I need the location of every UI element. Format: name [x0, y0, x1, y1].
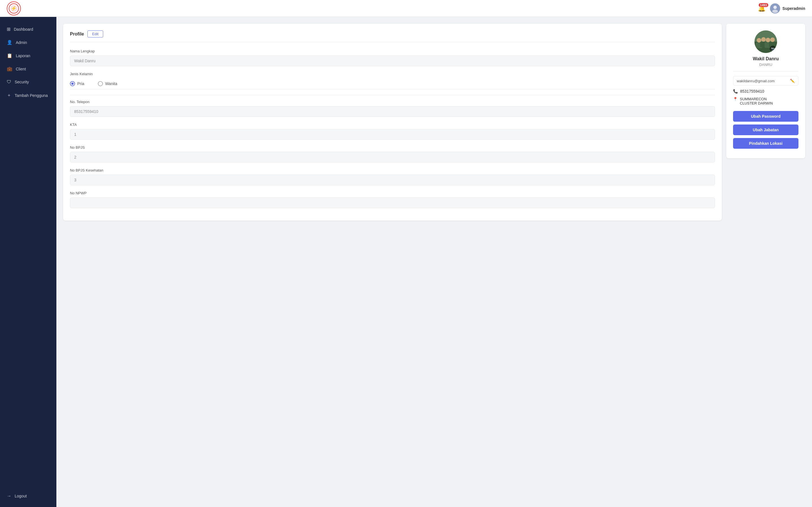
radio-pria[interactable]: Pria — [70, 81, 84, 86]
label-kta: KTA — [70, 122, 715, 127]
sidebar-label-laporan: Laporan — [16, 54, 30, 58]
svg-point-10 — [766, 38, 770, 42]
user-info[interactable]: Superadmin — [770, 3, 805, 13]
svg-point-4 — [773, 6, 777, 9]
sidebar-item-dashboard[interactable]: ⊞ Dashboard — [0, 22, 56, 36]
form-group-nama: Nama Lengkap — [70, 49, 715, 66]
form-group-telepon: No. Telepon — [70, 100, 715, 117]
phone-icon: 📞 — [733, 89, 738, 94]
form-group-npwp: No NPWP — [70, 191, 715, 208]
tab-profile: Profile — [70, 32, 84, 37]
ubah-password-button[interactable]: Ubah Password — [733, 111, 799, 122]
phone-number: 85317559410 — [740, 89, 764, 94]
radio-dot-wanita — [98, 81, 103, 86]
header-username: Superadmin — [782, 6, 805, 11]
side-card-name: Wakil Danru — [753, 56, 779, 61]
input-no-npwp[interactable] — [70, 198, 715, 208]
side-card-role: DANRU — [759, 62, 772, 67]
profile-form-card: Profile Edit Nama Lengkap Jenis Kelamin … — [63, 24, 722, 221]
svg-point-11 — [770, 38, 775, 42]
dashboard-icon: ⊞ — [7, 26, 10, 32]
main-content: Profile Edit Nama Lengkap Jenis Kelamin … — [56, 17, 812, 507]
label-no-telepon: No. Telepon — [70, 100, 715, 104]
input-no-bpjs-kesehatan[interactable] — [70, 175, 715, 185]
client-icon: 💼 — [7, 66, 12, 71]
sidebar-label-logout: Logout — [15, 494, 27, 498]
label-no-bpjs-kesehatan: No BPJS Kesehatan — [70, 168, 715, 172]
label-jenis-kelamin: Jenis Kelamin — [70, 72, 715, 76]
form-group-jenis-kelamin: Jenis Kelamin Pria Wanita — [70, 72, 715, 89]
avatar-container: 📷 Wakil Danru DANRU — [733, 31, 799, 67]
sidebar: ⊞ Dashboard 👤 Admin 📋 Laporan 💼 Client 🛡… — [0, 17, 56, 507]
divider-1 — [70, 95, 715, 95]
sidebar-label-tambah-pengguna: Tambah Pengguna — [15, 93, 48, 98]
add-user-icon: ＋ — [7, 93, 11, 98]
location-text: SUMMARECON CLUSTER DARWIN — [740, 97, 773, 105]
radio-dot-pria — [70, 81, 75, 86]
location-icon: 📍 — [733, 97, 738, 101]
location-line2: CLUSTER DARWIN — [740, 101, 773, 105]
profile-side-card: 📷 Wakil Danru DANRU wakildanru@gmail.com… — [726, 24, 805, 158]
input-kta[interactable] — [70, 129, 715, 140]
label-nama-lengkap: Nama Lengkap — [70, 49, 715, 53]
header-right: 🔔 1493 Superadmin — [758, 3, 805, 13]
svg-point-9 — [761, 37, 766, 42]
security-icon: 🛡 — [7, 79, 11, 84]
form-group-bpjs: No BPJS — [70, 145, 715, 163]
email-text: wakildanru@gmail.com — [737, 79, 775, 83]
input-nama-lengkap[interactable] — [70, 55, 715, 66]
admin-icon: 👤 — [7, 40, 12, 45]
notification-badge: 1493 — [759, 3, 768, 7]
logo: ⚡ — [7, 1, 21, 15]
radio-label-wanita: Wanita — [105, 81, 117, 86]
app-body: ⊞ Dashboard 👤 Admin 📋 Laporan 💼 Client 🛡… — [0, 17, 812, 507]
sidebar-label-security: Security — [15, 80, 29, 84]
sidebar-item-laporan[interactable]: 📋 Laporan — [0, 49, 56, 62]
laporan-icon: 📋 — [7, 53, 12, 58]
sidebar-spacer — [0, 102, 56, 490]
svg-point-5 — [772, 10, 778, 13]
location-line1: SUMMARECON — [740, 97, 773, 101]
sidebar-label-client: Client — [16, 67, 26, 71]
email-box: wakildanru@gmail.com ✏️ — [733, 76, 799, 86]
card-tabs: Profile Edit — [70, 31, 715, 42]
radio-label-pria: Pria — [77, 81, 84, 86]
svg-text:⚡: ⚡ — [11, 6, 17, 11]
input-no-telepon[interactable] — [70, 106, 715, 117]
info-row-email: wakildanru@gmail.com ✏️ — [733, 76, 799, 86]
camera-icon[interactable]: 📷 — [770, 46, 776, 52]
ubah-jabatan-button[interactable]: Ubah Jabatan — [733, 124, 799, 135]
sidebar-item-tambah-pengguna[interactable]: ＋ Tambah Pengguna — [0, 89, 56, 102]
sidebar-item-client[interactable]: 💼 Client — [0, 62, 56, 75]
radio-wanita[interactable]: Wanita — [98, 81, 117, 86]
edit-email-icon[interactable]: ✏️ — [790, 78, 795, 83]
info-location: 📍 SUMMARECON CLUSTER DARWIN — [733, 97, 799, 105]
input-no-bpjs[interactable] — [70, 152, 715, 163]
form-group-bpjs-kesehatan: No BPJS Kesehatan — [70, 168, 715, 185]
header: ⚡ 🔔 1493 Superadmin — [0, 0, 812, 17]
sidebar-label-admin: Admin — [16, 40, 27, 45]
form-group-kta: KTA — [70, 122, 715, 140]
radio-group-gender: Pria Wanita — [70, 78, 715, 89]
logout-icon: → — [7, 494, 11, 499]
svg-point-8 — [757, 38, 761, 43]
notification-bell[interactable]: 🔔 1493 — [758, 5, 765, 12]
edit-button[interactable]: Edit — [87, 31, 103, 38]
sidebar-logout[interactable]: → Logout — [0, 490, 56, 503]
label-no-npwp: No NPWP — [70, 191, 715, 195]
avatar-small — [770, 3, 780, 13]
pindahkan-lokasi-button[interactable]: Pindahkan Lokasi — [733, 138, 799, 149]
sidebar-item-admin[interactable]: 👤 Admin — [0, 36, 56, 49]
sidebar-label-dashboard: Dashboard — [14, 27, 33, 32]
avatar-wrap: 📷 — [755, 31, 777, 53]
info-phone: 📞 85317559410 — [733, 89, 799, 94]
sidebar-item-security[interactable]: 🛡 Security — [0, 75, 56, 89]
label-no-bpjs: No BPJS — [70, 145, 715, 150]
